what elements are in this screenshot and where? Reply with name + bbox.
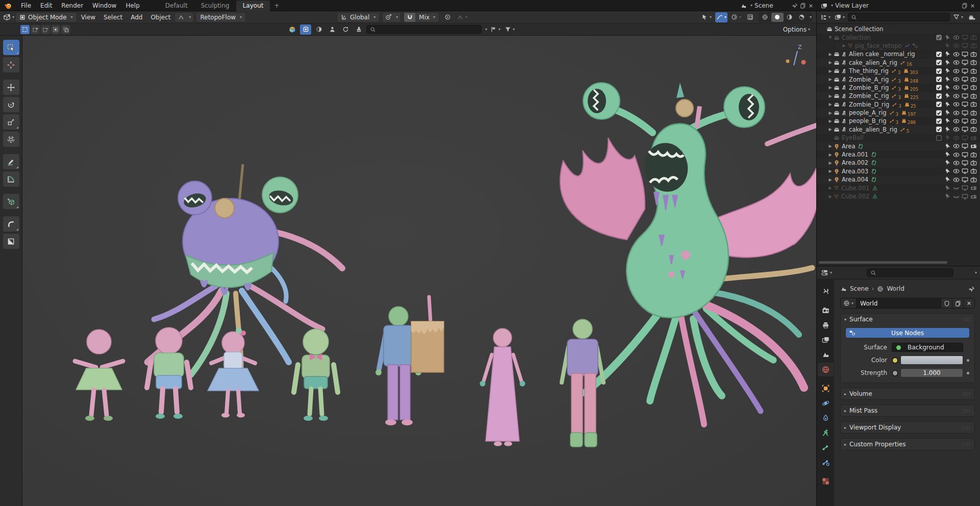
selectable-icon[interactable] bbox=[944, 151, 951, 158]
panel-drag-handle[interactable]: :::: bbox=[963, 391, 971, 396]
outliner-row-scene-collection[interactable]: Scene Collection bbox=[817, 25, 980, 33]
snap-target-dropdown[interactable]: Mix ▾ bbox=[415, 14, 439, 21]
eye-icon[interactable] bbox=[952, 160, 960, 166]
tool-cursor[interactable] bbox=[3, 57, 19, 72]
shading-wireframe-button[interactable] bbox=[759, 13, 771, 22]
disable-viewport-icon[interactable] bbox=[961, 168, 969, 174]
expander-icon[interactable]: ▶ bbox=[827, 77, 834, 82]
outliner-search-input[interactable] bbox=[848, 13, 950, 21]
new-view-layer-icon[interactable] bbox=[962, 3, 968, 9]
disable-render-icon[interactable] bbox=[970, 59, 977, 66]
options-dropdown[interactable]: Options ▾ bbox=[783, 26, 810, 33]
stamp-icon[interactable] bbox=[353, 24, 364, 35]
disable-render-icon[interactable] bbox=[970, 68, 977, 74]
expander-icon[interactable]: ▶ bbox=[827, 144, 834, 148]
outliner-row-people-a-rig[interactable]: ▶people_A_rig3197 bbox=[817, 109, 980, 117]
disable-render-icon[interactable] bbox=[970, 143, 977, 149]
selectable-icon[interactable] bbox=[944, 93, 951, 99]
disable-viewport-icon[interactable] bbox=[961, 110, 969, 116]
select-mode-set-button[interactable] bbox=[20, 25, 30, 34]
properties-tab-texture[interactable] bbox=[818, 474, 834, 488]
eye-icon[interactable] bbox=[952, 118, 960, 124]
select-mode-subtract-button[interactable] bbox=[41, 25, 50, 34]
outliner-row-area-001[interactable]: ▶Area.001 bbox=[817, 150, 980, 159]
outliner-row-zombie-b-rig[interactable]: ▶Zombie_B_rig3205 bbox=[817, 84, 980, 92]
show-overlays-toggle[interactable]: ▾ bbox=[715, 12, 727, 22]
refresh-icon[interactable] bbox=[340, 24, 351, 35]
tool-scale[interactable] bbox=[3, 114, 19, 130]
expander-icon[interactable]: ▶ bbox=[827, 119, 834, 123]
shading-rendered-button[interactable] bbox=[796, 13, 808, 22]
selectable-icon[interactable] bbox=[944, 77, 951, 83]
expander-icon[interactable]: ▶ bbox=[827, 94, 834, 98]
chevron-down-icon[interactable]: ▾ bbox=[975, 271, 977, 275]
properties-tab-render[interactable] bbox=[818, 303, 834, 317]
expander-icon[interactable]: ▶ bbox=[841, 43, 847, 48]
viewport-menu-view[interactable]: View bbox=[77, 13, 99, 22]
half-sphere-icon[interactable] bbox=[313, 24, 324, 35]
proportional-falloff-dropdown[interactable]: ▾ bbox=[456, 12, 468, 22]
checkbox-icon[interactable] bbox=[935, 101, 943, 108]
selectable-icon[interactable] bbox=[944, 35, 951, 41]
viewport-menu-add[interactable]: Add bbox=[127, 13, 146, 22]
disable-render-icon[interactable] bbox=[970, 42, 977, 49]
model-woman-pink-dress[interactable] bbox=[480, 328, 525, 446]
selectable-icon[interactable] bbox=[944, 118, 951, 124]
new-collection-button[interactable] bbox=[966, 12, 977, 22]
panel-drag-handle[interactable]: :::: bbox=[963, 317, 971, 322]
selectable-icon[interactable] bbox=[944, 43, 951, 49]
tool-measure[interactable] bbox=[3, 171, 19, 187]
search-input[interactable] bbox=[366, 25, 482, 34]
editor-type-button[interactable]: ▾ bbox=[2, 12, 15, 22]
outliner-row-zombie-c-rig[interactable]: ▶Zombie_C_rig3225 bbox=[817, 92, 980, 100]
outliner-filter-dropdown[interactable]: ▾ bbox=[952, 12, 964, 22]
retopoflow-menu[interactable]: RetopoFlow ▾ bbox=[196, 12, 246, 22]
disable-render-icon[interactable] bbox=[970, 193, 977, 200]
selectable-icon[interactable] bbox=[944, 185, 951, 191]
menu-render[interactable]: Render bbox=[57, 1, 88, 10]
disable-render-icon[interactable] bbox=[970, 93, 977, 99]
eye-icon[interactable] bbox=[952, 42, 960, 49]
disable-viewport-icon[interactable] bbox=[961, 118, 969, 124]
disable-render-icon[interactable] bbox=[970, 168, 977, 174]
unlink-world-icon[interactable] bbox=[963, 298, 974, 308]
disable-render-icon[interactable] bbox=[970, 118, 977, 124]
properties-tab-output[interactable] bbox=[818, 318, 834, 332]
disable-viewport-icon[interactable] bbox=[961, 68, 969, 74]
model-girl-blue-skirt[interactable] bbox=[208, 327, 259, 418]
eye-icon[interactable] bbox=[952, 51, 960, 58]
eye-icon[interactable] bbox=[952, 110, 960, 116]
falloff-mini-dropdown[interactable]: ▾ bbox=[174, 12, 194, 22]
selectable-icon[interactable] bbox=[944, 143, 951, 149]
eye-icon[interactable] bbox=[952, 143, 960, 149]
disable-viewport-icon[interactable] bbox=[961, 126, 969, 133]
tool-rotate[interactable] bbox=[3, 97, 19, 112]
eye-icon[interactable] bbox=[952, 135, 960, 141]
disable-render-icon[interactable] bbox=[970, 101, 977, 108]
blender-logo-icon[interactable] bbox=[4, 2, 12, 10]
disable-viewport-icon[interactable] bbox=[961, 176, 969, 183]
disable-viewport-icon[interactable] bbox=[961, 101, 969, 108]
disable-viewport-icon[interactable] bbox=[961, 93, 969, 99]
disable-render-icon[interactable] bbox=[970, 135, 977, 141]
menu-edit[interactable]: Edit bbox=[36, 1, 57, 10]
surface-shader-dropdown[interactable]: Background bbox=[892, 343, 963, 352]
expander-icon[interactable]: ▶ bbox=[827, 111, 834, 115]
outliner-row-cake-alien-a-rig[interactable]: ▶cake_alien_A_rig16 bbox=[817, 59, 980, 67]
select-mode-invert-button[interactable] bbox=[51, 25, 60, 34]
menu-window[interactable]: Window bbox=[88, 1, 121, 10]
view-layer-selector[interactable]: ▾ View Layer bbox=[818, 1, 978, 11]
pivot-point-dropdown[interactable]: ▾ bbox=[382, 12, 401, 22]
color-swatch[interactable] bbox=[900, 356, 963, 365]
mode-selector[interactable]: Object Mode ▾ bbox=[15, 12, 77, 22]
shading-material-button[interactable] bbox=[784, 13, 796, 22]
properties-search-input[interactable] bbox=[867, 268, 953, 277]
checkbox-icon[interactable] bbox=[935, 59, 943, 66]
expander-icon[interactable]: ▶ bbox=[827, 161, 834, 165]
expander-icon[interactable]: ▶ bbox=[827, 52, 834, 57]
disable-render-icon[interactable] bbox=[970, 176, 977, 183]
tool-retopoflow-contours[interactable] bbox=[3, 216, 19, 232]
pin-id-icon[interactable] bbox=[968, 286, 975, 292]
new-world-copy-icon[interactable] bbox=[952, 298, 963, 308]
outliner-row-collection[interactable]: ▼Collection bbox=[817, 33, 980, 41]
